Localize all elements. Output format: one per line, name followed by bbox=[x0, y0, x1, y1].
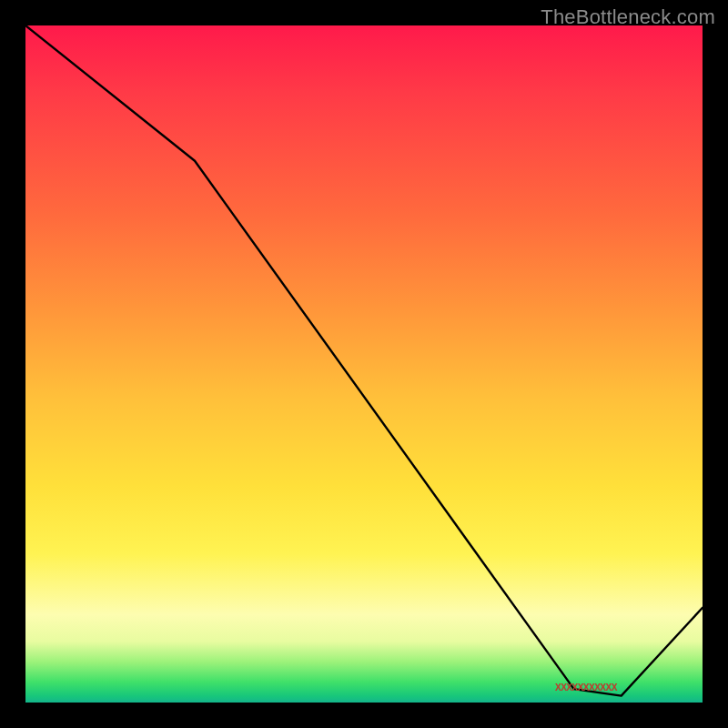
min-region-label: XXXXXXXXXXX bbox=[555, 682, 617, 693]
watermark-text: TheBottleneck.com bbox=[541, 5, 715, 29]
plot-area: XXXXXXXXXXX bbox=[25, 25, 703, 703]
chart-frame: XXXXXXXXXXX TheBottleneck.com bbox=[0, 0, 728, 728]
bottleneck-curve bbox=[25, 25, 703, 703]
